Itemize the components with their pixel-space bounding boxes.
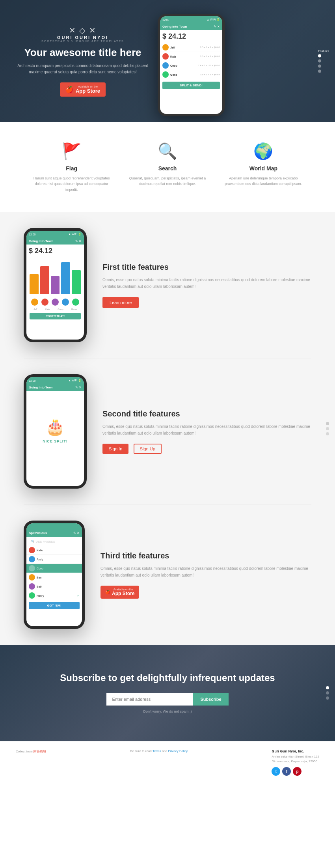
nav-dot-2[interactable]	[318, 60, 321, 63]
subscribe-button[interactable]: Subscribe	[193, 693, 228, 706]
phone-contact-list: Jeff 3.5 × 1 + 1 = $6.68 Kate 3.5 × 1 + …	[160, 43, 222, 79]
features-section: 🚩 Flag Harum sunt atque quod reprehender…	[0, 122, 335, 212]
contact-name-kate: Kate	[170, 55, 200, 58]
sub-dot-3[interactable]	[326, 696, 329, 700]
p1-avatar-2	[41, 299, 48, 306]
gray-dot-2[interactable]	[326, 427, 329, 430]
feature-block-2: Second title features Omnis, esse quo na…	[0, 358, 335, 504]
feature-phone-1: 12:00 ▲ WiFi 🔋 Going Into Town ✎ ✕ $ 24.…	[24, 228, 87, 342]
footer: Collect from 阿吾商城 Be sure to read Terms …	[0, 741, 335, 784]
phone-screen-3: SplitNicious ✎ ✕ 🔍 ADD FRIENDS Katie And…	[26, 523, 82, 626]
feature-block-3: SplitNicious ✎ ✕ 🔍 ADD FRIENDS Katie And…	[0, 505, 335, 645]
phone-contact-coop: Coop 7.4 × 1 + .85 = $9.90	[160, 61, 222, 70]
p1-name-gene: Gene	[71, 308, 77, 310]
p1-app-name: Going Into Town	[29, 239, 54, 243]
twitter-icon[interactable]: t	[272, 767, 280, 776]
p2-time: 12:00	[29, 379, 36, 382]
gray-nav-dots	[326, 422, 329, 435]
gray-dot-3[interactable]	[326, 432, 329, 435]
p1-amount: $ 24.12	[26, 245, 84, 258]
phone-screen-2: 12:00 ▲ WiFi 🔋 Going Into Town ✎ ✕ 🎂 NIC…	[26, 377, 84, 486]
gray-dot-1[interactable]	[326, 422, 329, 425]
sub-dot-2[interactable]	[326, 691, 329, 694]
footer-privacy-link[interactable]: Privacy Policy	[168, 749, 188, 753]
henry-check: ✓	[77, 594, 80, 597]
appstore-feature-small: Available on the	[112, 588, 134, 591]
nav-dot-4[interactable]	[318, 70, 321, 73]
friend-name-ben: Ben	[37, 576, 80, 579]
hero-nav-dots: Features	[318, 50, 329, 73]
p1-name-jeff: Jeff	[34, 308, 37, 310]
p1-status: ▲ WiFi 🔋	[68, 233, 82, 236]
f-avatar-andy	[29, 556, 35, 562]
p2-home-btn[interactable]	[52, 487, 58, 489]
pinterest-icon[interactable]: p	[293, 767, 302, 776]
feature-2-title: Second title features	[102, 409, 311, 418]
feature-worldmap-desc: Aperiam iure dolerunque tempora explicab…	[223, 175, 303, 187]
phone-large-1: 12:00 ▲ WiFi 🔋 Going Into Town ✎ ✕ $ 24.…	[24, 228, 87, 342]
email-input[interactable]	[106, 693, 193, 706]
contact-amount-jeff: 3.5 × 1 + 1 = $6.68	[200, 46, 220, 49]
logo-icon: ✕ ◇ ✕	[69, 26, 97, 35]
bar-4	[61, 262, 70, 294]
contact-amount-kate: 3.5 × 1 + 1 = $6.68	[200, 55, 220, 58]
feature-block-1: 12:00 ▲ WiFi 🔋 Going Into Town ✎ ✕ $ 24.…	[0, 212, 335, 358]
sign-up-button[interactable]: Sign Up	[134, 444, 162, 454]
learn-more-button[interactable]: Learn more	[102, 297, 139, 308]
p3-got-em-btn[interactable]: GOT 'EM!	[29, 602, 80, 609]
p3-search[interactable]: 🔍 ADD FRIENDS	[29, 539, 80, 544]
bar-3	[51, 276, 60, 294]
p1-name-coop: Coop	[58, 308, 63, 310]
hero-appstore-button[interactable]: 🍎 Available on the App Store	[60, 82, 106, 97]
p1-roger-btn[interactable]: ROGER THAT!	[30, 313, 81, 319]
avatar-jeff	[162, 44, 169, 50]
search-icon-small: 🔍	[31, 540, 35, 543]
nav-dot-1[interactable]	[318, 54, 321, 58]
feature-1-desc: Omnis, esse quo natus soluta minima faci…	[102, 276, 311, 290]
footer-center: Be sure to read Terms and Privacy Policy	[130, 749, 188, 753]
footer-right: Guri Guri Nyoi, Inc. Anfan sekentian Str…	[272, 749, 319, 776]
avatar-kate	[162, 53, 169, 60]
apple-icon: 🍎	[65, 86, 73, 93]
p1-home-btn[interactable]	[52, 341, 58, 342]
logo-subtext: BOOTSTRAP 3.0 iPHONE APP TEMPLATES	[41, 40, 124, 43]
contact-amount-gene: 3.5 × 1 + 1 = $6.68	[200, 73, 220, 76]
friend-henry: Henry ✓	[26, 591, 82, 600]
feature-block-2-text: Second title features Omnis, esse quo na…	[102, 409, 311, 454]
footer-marketplace-link[interactable]: 阿吾商城	[34, 750, 46, 753]
bar-1	[30, 274, 39, 294]
footer-collect-prefix: Collect from	[16, 750, 34, 753]
footer-terms-link[interactable]: Terms	[153, 749, 161, 753]
appstore-btn-large: App Store	[76, 88, 100, 94]
facebook-icon[interactable]: f	[282, 767, 291, 776]
bar-2	[40, 266, 49, 294]
feature-3-appstore-btn[interactable]: 🍎 Available on the App Store	[100, 586, 139, 599]
contact-name-coop: Coop	[170, 64, 198, 67]
phone-mockup-hero: 12:00 ▲ WiFi 🔋 Going Into Town ✎ ✕ $ 24.…	[158, 14, 225, 116]
p3-home-btn[interactable]	[52, 627, 57, 629]
friend-name-beth: Beth	[37, 585, 80, 588]
nav-dot-3[interactable]	[318, 65, 321, 68]
gray-section: 12:00 ▲ WiFi 🔋 Going Into Town ✎ ✕ $ 24.…	[0, 212, 335, 645]
friend-name-coop: Coop	[37, 567, 80, 570]
feature-phone-3: SplitNicious ✎ ✕ 🔍 ADD FRIENDS Katie And…	[24, 521, 85, 629]
sign-in-button[interactable]: Sign In	[102, 444, 128, 454]
f-avatar-ben	[29, 574, 35, 581]
contact-name-jeff: Jeff	[170, 46, 200, 49]
sub-dot-1[interactable]	[326, 686, 329, 689]
feature-flag: 🚩 Flag Harum sunt atque quod reprehender…	[24, 142, 119, 192]
nice-split-icon: 🎂	[45, 418, 65, 436]
phone-amount-display: $ 24.12	[160, 30, 222, 43]
phone2-statusbar: 12:00 ▲ WiFi 🔋	[26, 377, 84, 384]
phone-split-button[interactable]: SPLIT & SEND!	[162, 82, 220, 89]
status-icons: ▲ WiFi 🔋	[207, 18, 220, 21]
f-avatar-katie	[29, 547, 35, 553]
p1-avatar-5	[72, 299, 79, 306]
appstore-feature-large: App Store	[112, 591, 134, 596]
p3-bottom-bar	[26, 626, 82, 629]
phone-header-icons: ✎ ✕	[214, 25, 220, 28]
phone1-header: Going Into Town ✎ ✕	[26, 238, 84, 245]
phone-contact-kate: Kate 3.5 × 1 + 1 = $6.68	[160, 52, 222, 61]
feature-3-desc: Omnis, esse quo natus soluta minima faci…	[100, 565, 311, 579]
friend-name-andy: Andy	[37, 558, 80, 561]
